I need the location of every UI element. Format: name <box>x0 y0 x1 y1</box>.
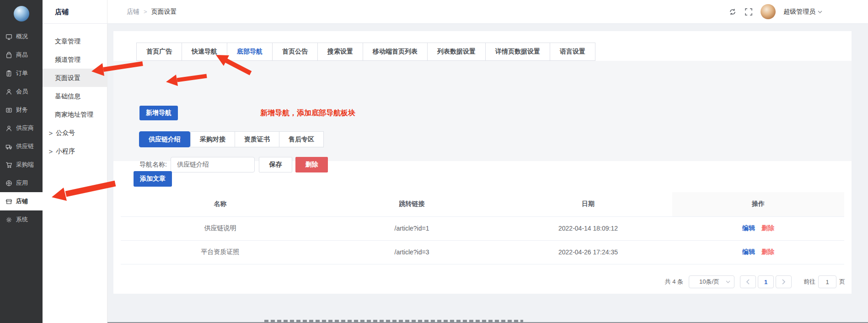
sidebar-item-article-management[interactable]: 文章管理 <box>43 32 107 50</box>
refresh-icon[interactable] <box>729 8 737 16</box>
sidebar-item-label: 概况 <box>16 32 28 41</box>
secondary-nav: 文章管理 频道管理 页面设置 基础信息 商家地址管理 >公众号 >小程序 <box>43 32 107 160</box>
primary-nav: 概况 商品 订单 会员 财务 供应商 <box>0 27 43 229</box>
table-row: 供应链说明 /article?id=1 2022-04-14 18:09:12 … <box>121 216 844 240</box>
sidebar-item-finance[interactable]: 财务 <box>0 101 43 119</box>
user-avatar[interactable] <box>761 4 776 19</box>
logo-wrap <box>0 0 43 27</box>
supply-chain-icon <box>5 143 12 150</box>
annotation-text: 新增导航，添加底部导航板块 <box>260 106 355 120</box>
sidebar-item-label: 商品 <box>16 51 28 59</box>
sidebar-item-official-account[interactable]: >公众号 <box>43 124 107 142</box>
sidebar-item-label: 系统 <box>16 215 28 224</box>
sidebar-item-apps[interactable]: 应用 <box>0 174 43 192</box>
tab-mobile-home-list[interactable]: 移动端首页列表 <box>363 43 428 61</box>
site-logo[interactable] <box>14 6 29 22</box>
secondary-sidebar-title: 店铺 <box>43 0 107 24</box>
sidebar-item-basic-info[interactable]: 基础信息 <box>43 87 107 105</box>
nav-name-input[interactable] <box>171 157 255 172</box>
col-actions: 操作 <box>672 192 844 216</box>
sidebar-item-shop[interactable]: 店铺 <box>0 192 43 210</box>
fullscreen-icon[interactable] <box>745 8 753 16</box>
tab-list-data-settings[interactable]: 列表数据设置 <box>427 43 486 61</box>
add-nav-button[interactable]: 新增导航 <box>139 106 178 120</box>
sidebar-item-merchant-address[interactable]: 商家地址管理 <box>43 105 107 124</box>
nav-name-form: 导航名称: 保存 删除 <box>139 157 328 172</box>
nav-name-label: 导航名称: <box>139 161 167 169</box>
sidebar-item-label: 公众号 <box>56 129 75 136</box>
article-name: 平台资质证照 <box>121 240 320 264</box>
table-header-row: 名称 跳转链接 日期 操作 <box>121 192 844 216</box>
monitor-icon <box>5 33 12 40</box>
sidebar-item-channel-management[interactable]: 频道管理 <box>43 50 107 69</box>
article-date: 2022-04-14 18:09:12 <box>504 216 672 240</box>
subtab-after-sales[interactable]: 售后专区 <box>279 131 324 147</box>
apps-icon <box>5 180 12 187</box>
article-name: 供应链说明 <box>121 216 320 240</box>
subtab-procurement-docking[interactable]: 采购对接 <box>190 131 235 147</box>
sidebar-item-label: 财务 <box>16 106 28 114</box>
subtab-supply-chain-intro[interactable]: 供应链介绍 <box>139 131 190 147</box>
settings-card: 首页广告 快速导航 底部导航 首页公告 搜索设置 移动端首页列表 列表数据设置 … <box>113 31 852 294</box>
sidebar-item-supply-chain[interactable]: 供应链 <box>0 137 43 156</box>
sidebar-item-label: 店铺 <box>16 197 28 205</box>
next-page-button[interactable] <box>776 275 792 288</box>
articles-table: 名称 跳转链接 日期 操作 供应链说明 /article?id=1 2022-0… <box>121 192 844 264</box>
sidebar-item-goods[interactable]: 商品 <box>0 46 43 64</box>
delete-link[interactable]: 删除 <box>761 248 774 255</box>
sidebar-item-label: 订单 <box>16 69 28 77</box>
tab-search-settings[interactable]: 搜索设置 <box>317 43 363 61</box>
primary-sidebar: 概况 商品 订单 会员 财务 供应商 <box>0 0 43 323</box>
goods-icon <box>5 52 12 59</box>
prev-page-button[interactable] <box>740 275 756 288</box>
page-size-select[interactable]: 10条/页 <box>689 275 734 288</box>
subtab-qualification-cert[interactable]: 资质证书 <box>235 131 279 147</box>
sidebar-item-members[interactable]: 会员 <box>0 82 43 101</box>
add-article-button[interactable]: 添加文章 <box>134 171 172 187</box>
tab-quick-nav[interactable]: 快速导航 <box>182 43 227 61</box>
edit-link[interactable]: 编辑 <box>742 224 755 231</box>
prev-icon <box>746 279 750 285</box>
user-name: 超级管理员 <box>783 8 815 16</box>
sidebar-item-overview[interactable]: 概况 <box>0 27 43 46</box>
delete-button[interactable]: 删除 <box>295 157 328 172</box>
sidebar-item-mini-program[interactable]: >小程序 <box>43 142 107 160</box>
nav-subtabs: 供应链介绍 采购对接 资质证书 售后专区 <box>139 131 324 147</box>
save-button[interactable]: 保存 <box>259 157 292 172</box>
article-link: /article?id=1 <box>320 216 504 240</box>
delete-link[interactable]: 删除 <box>761 224 774 231</box>
member-icon <box>5 88 12 95</box>
sidebar-item-label: 应用 <box>16 179 28 187</box>
page-number-button[interactable]: 1 <box>758 275 774 288</box>
procurement-icon <box>5 162 12 168</box>
col-name: 名称 <box>121 192 320 216</box>
tab-language-settings[interactable]: 语言设置 <box>550 43 595 61</box>
breadcrumb-root[interactable]: 店铺 <box>127 8 139 16</box>
page-size-value: 10条/页 <box>699 278 719 286</box>
breadcrumb: 店铺 > 页面设置 <box>127 8 177 16</box>
article-date: 2022-04-26 17:24:35 <box>504 240 672 264</box>
tab-home-notice[interactable]: 首页公告 <box>272 43 318 61</box>
sidebar-item-label: 供应链 <box>16 142 34 151</box>
sidebar-item-orders[interactable]: 订单 <box>0 64 43 82</box>
col-date: 日期 <box>504 192 672 216</box>
page-content: 首页广告 快速导航 底部导航 首页公告 搜索设置 移动端首页列表 列表数据设置 … <box>107 24 868 323</box>
edit-link[interactable]: 编辑 <box>742 248 755 255</box>
system-icon <box>5 216 12 223</box>
pagination: 共 4 条 10条/页 1 前往 页 <box>665 275 845 288</box>
top-bar: 店铺 > 页面设置 超级管理员 <box>107 0 868 24</box>
supplier-icon <box>5 125 12 132</box>
order-icon <box>5 70 12 77</box>
user-menu[interactable]: 超级管理员 <box>783 8 822 16</box>
settings-tabs: 首页广告 快速导航 底部导航 首页公告 搜索设置 移动端首页列表 列表数据设置 … <box>136 43 595 61</box>
admin-page: 概况 商品 订单 会员 财务 供应商 <box>0 0 868 323</box>
sidebar-item-page-settings[interactable]: 页面设置 <box>43 69 107 87</box>
tab-home-ads[interactable]: 首页广告 <box>136 43 182 61</box>
sidebar-item-system[interactable]: 系统 <box>0 210 43 229</box>
tab-footer-nav[interactable]: 底部导航 <box>227 43 273 61</box>
goto-page-input[interactable] <box>818 275 836 288</box>
table-row: 平台资质证照 /article?id=3 2022-04-26 17:24:35… <box>121 240 844 264</box>
sidebar-item-procurement[interactable]: 采购端 <box>0 156 43 174</box>
tab-detail-data-settings[interactable]: 详情页数据设置 <box>485 43 550 61</box>
sidebar-item-suppliers[interactable]: 供应商 <box>0 119 43 137</box>
